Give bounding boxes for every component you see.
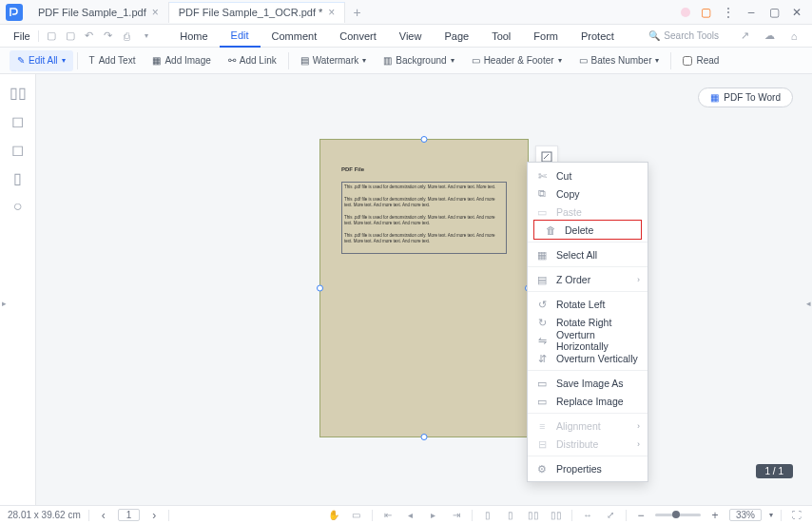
ctx-overturn-h[interactable]: ⇋Overturn Horizontally [528,331,648,349]
two-continuous-icon[interactable]: ▯▯ [549,509,564,522]
chevron-right-icon: › [637,421,640,431]
more-icon[interactable]: ⋮ [719,3,738,22]
bates-icon: ▭ [579,55,588,66]
add-link-button[interactable]: ⚯ Add Link [221,50,284,71]
tab-2[interactable]: PDF File Sample_1_OCR.pdf * × [169,2,346,23]
background-button[interactable]: ▥ Background ▾ [376,50,461,71]
header-footer-button[interactable]: ▭ Header & Footer ▾ [464,50,570,71]
menu-convert[interactable]: Convert [328,25,388,48]
left-collapser[interactable]: ▸ [0,290,8,317]
menu-form[interactable]: Form [522,25,570,48]
page-text-block[interactable]: This .pdf file is used for demonstration… [341,182,507,254]
single-page-icon[interactable]: ▯ [480,509,495,522]
bates-number-button[interactable]: ▭ Bates Number ▾ [571,50,667,71]
menu-comment[interactable]: Comment [261,25,329,48]
two-page-icon[interactable]: ▯▯ [526,509,541,522]
ctx-select-all[interactable]: ▦Select All [528,245,648,263]
page-para: This .pdf file is used for demonstration… [344,197,504,208]
add-image-button[interactable]: ▦ Add Image [145,50,218,71]
fullscreen-icon[interactable]: ⛶ [789,509,804,522]
next-icon[interactable]: ▸ [426,509,441,522]
search-icon[interactable]: ○ [10,198,27,215]
last-page-icon[interactable]: ⇥ [449,509,464,522]
external-icon[interactable]: ▢ [696,3,715,22]
pdf-page[interactable]: PDF File This .pdf file is used for demo… [319,139,529,437]
open-icon[interactable]: ▢ [62,28,79,45]
fit-page-icon[interactable]: ⤢ [603,509,618,522]
thumbnails-icon[interactable]: ▯▯ [10,84,27,101]
menu-view[interactable]: View [388,25,434,48]
continuous-icon[interactable]: ▯ [503,509,518,522]
tab-1[interactable]: PDF File Sample_1.pdf × [29,2,169,23]
save-icon[interactable]: ▢ [43,28,60,45]
chevron-down-icon[interactable]: ▾ [138,28,155,45]
menu-page[interactable]: Page [433,25,480,48]
watermark-button[interactable]: ▤ Watermark ▾ [293,50,375,71]
ctx-z-order[interactable]: ▤Z Order› [528,270,648,288]
menu-tool[interactable]: Tool [480,25,522,48]
separator [528,370,648,371]
menu-bar: File ▢ ▢ ↶ ↷ ⎙ ▾ Home Edit Comment Conve… [0,25,812,48]
minimize-button[interactable]: – [742,3,761,22]
close-icon[interactable]: × [152,6,159,19]
alignment-icon: ≡ [535,420,549,432]
fit-width-icon[interactable]: ↔ [580,509,595,522]
ctx-overturn-v[interactable]: ⇵Overturn Vertically [528,349,648,367]
home-icon[interactable]: ⌂ [785,28,802,45]
select-tool-icon[interactable]: ▭ [349,509,364,522]
ctx-cut[interactable]: ✄Cut [528,166,648,184]
chevron-down-icon[interactable]: ▾ [769,511,773,519]
undo-icon[interactable]: ↶ [81,28,98,45]
ctx-save-image-as[interactable]: ▭Save Image As [528,374,648,392]
zoom-slider[interactable] [655,514,701,516]
image-icon: ▦ [152,55,161,66]
read-checkbox[interactable]: Read [675,55,726,66]
search-tools[interactable]: 🔍 Search Tools [639,30,728,41]
canvas[interactable]: ▦ PDF To Word PDF File This .pdf file is… [36,74,812,505]
header-footer-icon: ▭ [472,55,480,66]
prev-icon[interactable]: ◂ [403,509,418,522]
ctx-rotate-left[interactable]: ↺Rotate Left [528,295,648,313]
ctx-properties[interactable]: ⚙Properties [528,459,648,477]
print-icon[interactable]: ⎙ [119,28,136,45]
prev-page-button[interactable]: ‹ [97,509,110,522]
menu-home[interactable]: Home [168,25,219,48]
zoom-out-button[interactable]: − [634,509,648,522]
ctx-copy[interactable]: ⧉Copy [528,184,648,203]
page-number[interactable]: 1 [118,509,141,521]
selection-handle-bottom[interactable] [421,434,428,440]
rotate-right-icon: ↻ [535,317,549,328]
cut-icon: ✄ [535,170,549,182]
pdf-to-word-button[interactable]: ▦ PDF To Word [698,87,793,107]
bookmark-icon[interactable]: ◻ [10,112,27,129]
hand-tool-icon[interactable]: ✋ [326,509,341,522]
edit-all-button[interactable]: ✎ Edit All ▾ [10,50,73,71]
flip-h-icon: ⇋ [535,335,549,346]
close-button[interactable]: ✕ [787,3,806,22]
share-icon[interactable]: ↗ [736,28,753,45]
selection-handle-left[interactable] [317,285,323,292]
file-menu[interactable]: File [6,30,38,42]
close-icon[interactable]: × [328,6,335,19]
menu-edit[interactable]: Edit [220,25,261,48]
cloud-icon[interactable]: ☁ [761,28,778,45]
attachment-icon[interactable]: ▯ [10,169,27,186]
add-tab-button[interactable]: + [345,5,368,20]
next-page-button[interactable]: › [147,509,161,522]
add-text-button[interactable]: T Add Text [82,50,144,71]
maximize-button[interactable]: ▢ [764,3,783,22]
zoom-value[interactable]: 33% [729,509,762,521]
ctx-distribute: ⊟Distribute› [528,435,648,453]
selection-handle-top[interactable] [421,136,428,143]
flip-v-icon: ⇵ [535,353,549,364]
redo-icon[interactable]: ↷ [100,28,117,45]
zoom-in-button[interactable]: + [708,509,722,522]
menu-protect[interactable]: Protect [570,25,626,48]
first-page-icon[interactable]: ⇤ [380,509,396,522]
comment-icon[interactable]: ◻ [10,141,27,158]
read-checkbox-input[interactable] [683,56,692,66]
ctx-delete[interactable]: 🗑Delete [536,221,639,239]
save-image-icon: ▭ [535,378,549,389]
text-icon: T [89,55,95,66]
ctx-replace-image[interactable]: ▭Replace Image [528,392,648,410]
